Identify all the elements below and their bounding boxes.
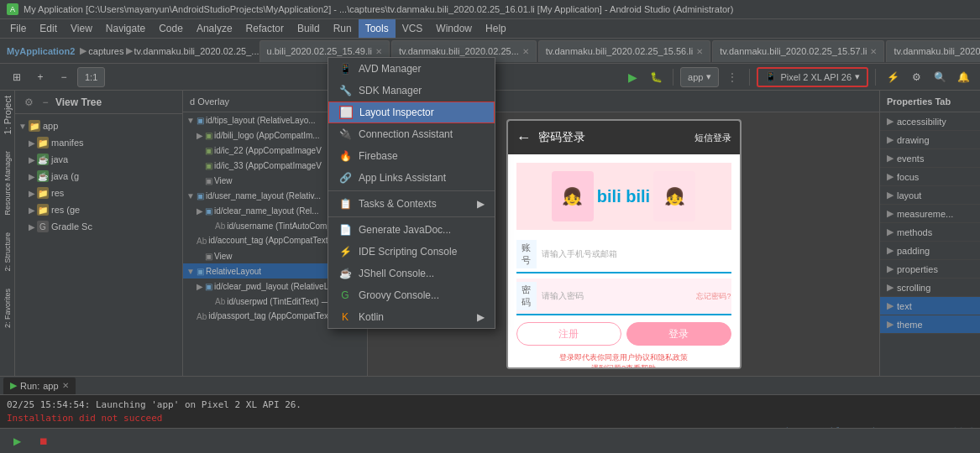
help-text[interactable]: 遇到问题?查看帮助 [516, 363, 731, 369]
prop-events[interactable]: ▶ events [880, 149, 980, 168]
prop-padding[interactable]: ▶ padding [880, 242, 980, 260]
debug-button[interactable]: 🐛 [646, 67, 666, 87]
jshell-icon: ☕ [338, 267, 352, 280]
console-line-1: 02/25 15:54:54: Launching 'app' on Pixel… [7, 398, 973, 412]
menu-edit[interactable]: Edit [33, 19, 64, 38]
bottom-run-icon[interactable]: ▶ [7, 431, 27, 451]
menu-view[interactable]: View [64, 19, 99, 38]
dropdown-firebase[interactable]: 🔥 Firebase [328, 145, 495, 167]
tree-item-app[interactable]: ▼ 📁 app [15, 117, 182, 134]
tab-3[interactable]: tv.danmaku.bili_2020.02.25_15.56.li ✕ [538, 40, 710, 62]
gradle-icon: G [37, 221, 49, 232]
register-button[interactable]: 注册 [516, 322, 621, 346]
dropdown-ide-scripting[interactable]: ⚡ IDE Scripting Console [328, 241, 495, 263]
run-button[interactable]: ▶ [622, 67, 642, 87]
prop-scrolling[interactable]: ▶ scrolling [880, 279, 980, 297]
device-selector[interactable]: 📱 Pixel 2 XL API 26 ▾ [757, 67, 868, 87]
app-links-icon: 🔗 [338, 171, 352, 185]
expand-icon[interactable]: − [39, 96, 52, 109]
notification-icon[interactable]: 🔔 [953, 67, 973, 87]
tab-close-4[interactable]: ✕ [870, 47, 877, 56]
sync-icon[interactable]: ⚙ [22, 96, 35, 109]
settings-icon[interactable]: ⚙ [906, 67, 926, 87]
sidebar-tab-favorites[interactable]: 2: Favorites [2, 284, 13, 333]
dropdown-app-links[interactable]: 🔗 App Links Assistant [328, 167, 495, 189]
left-panel: ⚙ − View Tree ▼ 📁 app ▶ 📁 manifes ▶ ☕ ja… [15, 91, 183, 376]
left-panel-header: ⚙ − View Tree [15, 91, 182, 114]
java-gen-icon: ☕ [37, 170, 49, 182]
dropdown-sdk-manager[interactable]: 🔧 SDK Manager [328, 80, 495, 102]
prop-methods[interactable]: ▶ methods [880, 223, 980, 242]
prop-focus[interactable]: ▶ focus [880, 168, 980, 186]
kotlin-icon: K [338, 310, 352, 324]
tab-close-1[interactable]: ✕ [375, 47, 382, 56]
dropdown-kotlin[interactable]: K Kotlin ▶ [328, 306, 495, 328]
tab-4[interactable]: tv.danmaku.bili_2020.02.25_15.57.li ✕ [712, 40, 884, 62]
account-row: 账号 请输入手机号或邮箱 [516, 237, 731, 273]
run-tab[interactable]: ▶ Run: app ✕ [3, 378, 76, 394]
sidebar-tab-project[interactable]: 1: Project [1, 91, 14, 139]
dropdown-tasks[interactable]: 📋 Tasks & Contexts ▶ [328, 193, 495, 215]
profile-icon[interactable]: ⚡ [883, 67, 903, 87]
tree-item-res[interactable]: ▶ 📁 res [15, 185, 182, 201]
grid-icon[interactable]: ⊞ [7, 67, 27, 87]
toolbar-sep-3 [875, 69, 876, 86]
dropdown-generate-javadoc[interactable]: 📄 Generate JavaDoc... [328, 219, 495, 241]
prop-text[interactable]: ▶ text [880, 297, 980, 315]
tab-close-3[interactable]: ✕ [696, 47, 703, 56]
screen-body: 👧 bili bili 👧 [508, 154, 740, 369]
menu-run[interactable]: Run [327, 19, 359, 38]
sidebar-tab-resource[interactable]: Resource Manager [2, 146, 13, 221]
menu-bar: File Edit View Navigate Code Analyze Ref… [0, 18, 980, 39]
menu-help[interactable]: Help [479, 19, 513, 38]
tree-item-res-gen[interactable]: ▶ 📁 res (ge [15, 201, 182, 218]
render-content: ▼ ▣ id/tips_layout (RelativeLayo... ▶ ▣ … [183, 112, 879, 376]
tree-item-gradle[interactable]: ▶ G Gradle Sc [15, 218, 182, 235]
right-panel: Properties Tab ▶ accessibility ▶ drawing… [879, 91, 980, 376]
prop-accessibility[interactable]: ▶ accessibility [880, 112, 980, 131]
tree-item-java[interactable]: ▶ ☕ java [15, 151, 182, 168]
login-button[interactable]: 登录 [626, 322, 731, 346]
menu-tools[interactable]: Tools [359, 19, 396, 38]
search-icon[interactable]: 🔍 [930, 67, 950, 87]
prop-measurements[interactable]: ▶ measureme... [880, 205, 980, 223]
menu-analyze[interactable]: Analyze [190, 19, 239, 38]
menu-build[interactable]: Build [291, 19, 327, 38]
dropdown-jshell[interactable]: ☕ JShell Console... [328, 263, 495, 284]
back-button[interactable]: ← [516, 129, 532, 147]
password-label: 密码 [516, 282, 537, 310]
prop-properties[interactable]: ▶ properties [880, 260, 980, 279]
tab-close-2[interactable]: ✕ [522, 47, 529, 56]
prop-theme[interactable]: ▶ theme [880, 315, 980, 334]
tools-dropdown: 📱 AVD Manager 🔧 SDK Manager ⬜ Layout Ins… [328, 57, 495, 329]
dropdown-connection-assistant[interactable]: 🔌 Connection Assistant [328, 123, 495, 145]
prop-drawing[interactable]: ▶ drawing [880, 131, 980, 149]
forgot-password[interactable]: 忘记密码? [696, 291, 731, 302]
account-label: 账号 [516, 240, 537, 268]
bottom-stop-icon[interactable]: ⏹ [34, 431, 54, 451]
plus-icon[interactable]: + [30, 67, 50, 87]
dropdown-layout-inspector[interactable]: ⬜ Layout Inspector [328, 102, 495, 123]
menu-navigate[interactable]: Navigate [99, 19, 152, 38]
tree-item-java-gen[interactable]: ▶ ☕ java (g [15, 168, 182, 185]
tree-item-manifests[interactable]: ▶ 📁 manifes [15, 134, 182, 151]
menu-vcs[interactable]: VCS [396, 19, 430, 38]
prop-layout[interactable]: ▶ layout [880, 186, 980, 205]
menu-refactor[interactable]: Refactor [239, 19, 291, 38]
menu-file[interactable]: File [3, 19, 33, 38]
dropdown-avd-manager[interactable]: 📱 AVD Manager [328, 58, 495, 80]
scripting-icon: ⚡ [338, 245, 352, 258]
project-label[interactable]: MyApplication2 [3, 46, 78, 56]
app-selector[interactable]: app ▾ [680, 67, 719, 87]
more-icon[interactable]: ⋮ [722, 67, 742, 87]
dropdown-groovy[interactable]: G Groovy Console... [328, 284, 495, 306]
screen-action[interactable]: 短信登录 [694, 132, 731, 144]
close-run-icon[interactable]: ✕ [62, 381, 69, 390]
menu-window[interactable]: Window [429, 19, 479, 38]
menu-code[interactable]: Code [152, 19, 190, 38]
ratio-button[interactable]: 1:1 [77, 67, 105, 87]
minus-icon[interactable]: − [54, 67, 74, 87]
tab-5[interactable]: tv.danmaku.bili_2020... ✕ [886, 40, 980, 62]
sidebar-tab-structure[interactable]: 2: Structure [2, 227, 13, 277]
toolbar-sep-2 [749, 69, 750, 86]
